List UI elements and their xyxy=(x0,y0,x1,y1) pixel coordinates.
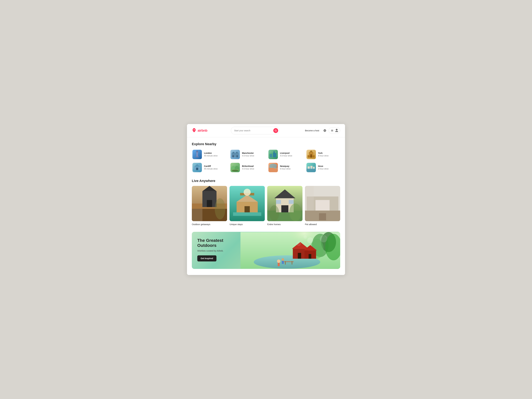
svg-rect-68 xyxy=(276,200,281,204)
nearby-drive-york: 4-hour drive xyxy=(318,155,329,157)
svg-point-70 xyxy=(289,203,302,221)
svg-point-71 xyxy=(269,205,279,221)
live-card-outdoor[interactable]: Outdoor getaways xyxy=(192,186,227,226)
svg-rect-12 xyxy=(196,156,198,157)
banner-subtitle: Wishlists curated by Airbnb. xyxy=(197,250,235,252)
nearby-info-cardiff: Cardiff 45-minute drive xyxy=(204,165,218,170)
nearby-img-manchester xyxy=(230,150,240,159)
svg-point-102 xyxy=(320,235,327,242)
svg-rect-22 xyxy=(270,154,272,157)
live-card-pet[interactable]: Pet allowed xyxy=(305,186,340,226)
live-card-img-entire xyxy=(267,186,303,221)
svg-point-94 xyxy=(281,258,284,261)
nearby-info-york: York 4-hour drive xyxy=(318,152,329,157)
live-card-unique[interactable]: Unique stays xyxy=(229,186,265,226)
live-card-label-pet: Pet allowed xyxy=(305,223,317,226)
nearby-drive-newquay: 6-hour drive xyxy=(280,168,291,170)
svg-rect-95 xyxy=(282,261,284,264)
nearby-drive-birkenhead: 4.5-hour drive xyxy=(242,168,254,170)
nearby-info-birkenhead: Birkenhead 4.5-hour drive xyxy=(242,165,254,170)
nearby-item-cardiff[interactable]: Cardiff 45-minute drive xyxy=(192,162,226,173)
svg-rect-78 xyxy=(319,213,326,220)
svg-rect-34 xyxy=(196,168,198,170)
main-window: airbnb Become a host xyxy=(187,124,345,275)
nearby-info-newquay: Newquay 6-hour drive xyxy=(280,165,291,170)
nearby-img-liverpool xyxy=(268,150,278,159)
globe-button[interactable] xyxy=(322,128,327,133)
svg-point-101 xyxy=(296,241,301,246)
nearby-item-london[interactable]: London 45-minute drive xyxy=(192,149,226,160)
svg-rect-44 xyxy=(306,169,316,172)
nearby-drive-hove: 2-hour drive xyxy=(318,168,329,170)
svg-rect-98 xyxy=(292,261,292,265)
greatest-outdoors-banner: The Greatest Outdoors Wishlists curated … xyxy=(192,232,340,269)
explore-nearby-section: Explore Nearby London 45-minute drive Ma… xyxy=(192,142,340,173)
svg-line-1 xyxy=(276,131,277,131)
header-right: Become a host xyxy=(303,127,340,134)
svg-rect-97 xyxy=(285,261,286,265)
get-inspired-button[interactable]: Get Inspired xyxy=(197,255,216,261)
nearby-img-hove xyxy=(306,163,316,172)
nearby-drive-liverpool: 4.5-hour drive xyxy=(280,155,292,157)
nearby-city-hove: Hove xyxy=(318,165,329,167)
svg-point-92 xyxy=(277,260,280,263)
svg-point-55 xyxy=(215,198,225,219)
nearby-img-birkenhead xyxy=(230,163,240,172)
live-card-label-unique: Unique stays xyxy=(229,223,243,226)
nearby-item-hove[interactable]: Hove 2-hour drive xyxy=(306,162,340,173)
live-anywhere-grid: Outdoor getaways Unique stays Entire hom… xyxy=(192,186,340,226)
nearby-drive-london: 45-minute drive xyxy=(204,155,218,157)
svg-point-100 xyxy=(304,235,307,239)
become-host-button[interactable]: Become a host xyxy=(303,128,321,133)
svg-rect-24 xyxy=(274,151,274,153)
svg-point-99 xyxy=(307,237,313,243)
svg-rect-42 xyxy=(268,168,278,172)
svg-rect-29 xyxy=(310,154,312,158)
svg-rect-23 xyxy=(273,153,276,157)
svg-rect-17 xyxy=(236,152,238,153)
search-input[interactable] xyxy=(234,129,272,132)
nearby-info-hove: Hove 2-hour drive xyxy=(318,165,329,170)
search-bar[interactable] xyxy=(231,127,279,134)
nearby-city-birkenhead: Birkenhead xyxy=(242,165,254,167)
live-card-label-entire: Entire homes xyxy=(267,223,281,226)
live-card-entire[interactable]: Entire homes xyxy=(267,186,303,226)
live-card-label-outdoor: Outdoor getaways xyxy=(192,223,210,226)
explore-nearby-title: Explore Nearby xyxy=(192,142,340,146)
nearby-city-york: York xyxy=(318,152,329,154)
svg-rect-18 xyxy=(233,155,234,157)
svg-rect-67 xyxy=(281,205,288,212)
svg-point-39 xyxy=(232,170,239,172)
user-menu-button[interactable] xyxy=(329,127,340,134)
svg-rect-62 xyxy=(245,206,250,212)
svg-rect-75 xyxy=(316,200,330,211)
nearby-info-manchester: Manchester 4.5-hour drive xyxy=(242,152,254,157)
svg-rect-88 xyxy=(298,253,301,259)
svg-rect-91 xyxy=(309,254,311,259)
live-card-img-pet xyxy=(305,186,340,221)
nearby-item-york[interactable]: York 4-hour drive xyxy=(306,149,340,160)
nearby-drive-cardiff: 45-minute drive xyxy=(204,168,218,170)
logo[interactable]: airbnb xyxy=(192,128,207,133)
live-card-img-unique xyxy=(229,186,265,221)
live-anywhere-section: Live Anywhere Outdoor getaways Unique st… xyxy=(192,179,340,226)
svg-rect-69 xyxy=(289,200,294,204)
nearby-city-liverpool: Liverpool xyxy=(280,152,292,154)
live-anywhere-title: Live Anywhere xyxy=(192,179,340,183)
svg-rect-53 xyxy=(207,200,212,207)
nearby-item-manchester[interactable]: Manchester 4.5-hour drive xyxy=(230,149,264,160)
nearby-item-birkenhead[interactable]: Birkenhead 4.5-hour drive xyxy=(230,162,264,173)
banner-illustration xyxy=(241,232,340,269)
nearby-city-manchester: Manchester xyxy=(242,152,254,154)
search-button[interactable] xyxy=(273,128,278,133)
nearby-item-newquay[interactable]: Newquay 6-hour drive xyxy=(268,162,302,173)
nearby-item-liverpool[interactable]: Liverpool 4.5-hour drive xyxy=(268,149,302,160)
logo-text: airbnb xyxy=(198,129,207,133)
banner-content: The Greatest Outdoors Wishlists curated … xyxy=(192,232,241,269)
nearby-city-cardiff: Cardiff xyxy=(204,165,218,167)
svg-rect-19 xyxy=(236,155,238,157)
nearby-img-york xyxy=(306,150,316,159)
nearby-img-newquay xyxy=(268,163,278,172)
nearby-drive-manchester: 4.5-hour drive xyxy=(242,155,254,157)
nearby-img-london xyxy=(192,150,202,159)
